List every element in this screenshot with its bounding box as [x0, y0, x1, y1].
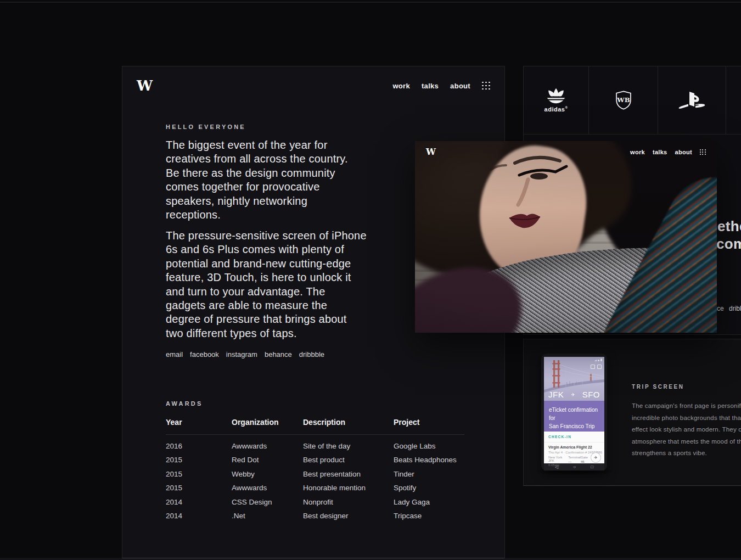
cell-year: 2016: [166, 442, 182, 450]
nav-item-work[interactable]: work: [392, 82, 410, 90]
nav-item-work[interactable]: work: [630, 149, 645, 155]
cell-organization: Awwwards: [232, 484, 267, 492]
nav-item-talks[interactable]: talks: [653, 149, 667, 155]
cell-project: Tripcase: [394, 512, 422, 520]
gate-column: Gate 46: [581, 456, 588, 467]
site-logo[interactable]: W: [137, 79, 153, 93]
column-header: Year: [166, 418, 182, 427]
depart-time: 6:05am: [548, 463, 568, 467]
cell-project: Spotify: [394, 484, 416, 492]
cell-year: 2015: [166, 484, 182, 492]
hello-eyebrow: HELLO EVERYONE: [166, 124, 246, 130]
cell-project: Google Labs: [394, 442, 436, 450]
svg-text:WB: WB: [616, 96, 630, 104]
cell-project: Tinder: [394, 470, 414, 478]
social-link-instagram[interactable]: instagram: [226, 350, 257, 359]
overflow-icon: [597, 365, 602, 369]
table-row: 2015 Webby Best presentation Tinder: [166, 470, 464, 484]
column-header: Description: [303, 418, 345, 427]
hero-text-fragment: ethe: [717, 218, 741, 235]
adidas-logo-icon: [543, 88, 569, 104]
cell-year: 2014: [166, 498, 182, 506]
trip-screen-description: The campaign's front page is personified…: [632, 400, 741, 460]
cell-organization: Awwwards: [232, 442, 267, 450]
apps-grid-icon[interactable]: [700, 149, 706, 155]
hero-text-fragment: com: [716, 236, 741, 253]
main-nav: work talks about: [392, 82, 490, 90]
eticket-banner: eTicket confirmation for San Francisco T…: [544, 401, 604, 432]
playstation-logo-icon: [677, 91, 707, 110]
awards-header-row: Year Organization Description Project: [166, 418, 464, 434]
social-links: email facebook instagram behance dribbbl…: [166, 350, 324, 359]
awards-heading: AWARDS: [166, 400, 203, 407]
social-link-email[interactable]: email: [166, 350, 183, 359]
trip-app-hero: JFK ✈ SFO: [544, 357, 604, 401]
apps-grid-icon[interactable]: [482, 82, 490, 90]
hero-link-fragment: dribbble: [729, 305, 741, 312]
awards-table: Year Organization Description Project 20…: [166, 418, 464, 525]
nav-item-talks[interactable]: talks: [422, 82, 439, 90]
column-header: Organization: [232, 418, 279, 427]
eticket-line2: San Francisco Trip: [549, 422, 599, 430]
nav-item-about[interactable]: about: [675, 149, 692, 155]
cell-year: 2015: [166, 456, 182, 464]
terminal-value: —: [568, 460, 581, 463]
recents-icon: □: [591, 465, 593, 469]
plane-icon: ✈: [571, 392, 575, 397]
table-row: 2016 Awwwards Site of the day Google Lab…: [166, 442, 464, 456]
table-row: 2015 Red Dot Best product Beats Headphon…: [166, 456, 464, 469]
brand-tile-partial: [726, 66, 741, 134]
brand-logo-tiles: adidas® WB: [524, 66, 741, 135]
cell-description: Nonprofit: [303, 498, 333, 506]
flight-title: Virgin America Flight 22: [548, 445, 592, 449]
wifi-icon: [598, 360, 599, 361]
battery-icon: [600, 359, 602, 361]
social-link-facebook[interactable]: facebook: [190, 350, 219, 359]
share-icon: [591, 365, 595, 369]
status-bar-icons: [594, 359, 602, 361]
trip-screen-card: JFK ✈ SFO eTicket confirmation for San F…: [523, 339, 741, 486]
registered-mark: ®: [565, 106, 568, 109]
terminal-column: Terminal —: [568, 456, 581, 467]
photo-tone-overlay: [415, 141, 717, 333]
site-header: W work talks about: [122, 66, 504, 105]
cell-project: Beats Headphones: [394, 456, 457, 464]
destination-code: SFO: [582, 390, 600, 399]
phone-screen: JFK ✈ SFO eTicket confirmation for San F…: [544, 357, 604, 471]
brand-tile-playstation: [658, 66, 726, 134]
nav-item-about[interactable]: about: [450, 82, 470, 90]
gate-value: 46: [581, 460, 588, 463]
boarding-card: CHECK-IN Virgin America Flight 22 Thu Ap…: [544, 432, 604, 463]
cell-project: Lady Gaga: [394, 498, 430, 506]
hero-link-fragment: ce: [717, 305, 724, 312]
table-row: 2014 .Net Best designer Tripcase: [166, 512, 464, 525]
cell-organization: .Net: [232, 512, 245, 520]
cell-organization: Red Dot: [232, 456, 259, 464]
brand-tile-warner-bros: WB: [589, 66, 658, 134]
cell-description: Honorable mention: [303, 484, 366, 492]
phone-mockup: JFK ✈ SFO eTicket confirmation for San F…: [541, 354, 607, 471]
site-logo[interactable]: W: [426, 148, 436, 156]
photo-site-header: W work talks about: [415, 141, 717, 163]
table-row: 2015 Awwwards Honorable mention Spotify: [166, 484, 464, 497]
cell-description: Best product: [303, 456, 345, 464]
hero-photo-card: W work talks about: [415, 141, 717, 333]
cell-organization: Webby: [232, 470, 255, 478]
route-row: JFK ✈ SFO: [544, 390, 604, 399]
origin-code: JFK: [548, 390, 564, 399]
feature-paragraph: The pressure-sensitive screen of iPhone …: [166, 229, 380, 340]
cell-description: Site of the day: [303, 442, 350, 450]
eticket-line1: eTicket confirmation for: [549, 406, 599, 422]
adidas-wordmark: adidas®: [544, 106, 568, 113]
social-link-dribbble[interactable]: dribbble: [299, 350, 324, 359]
card-divider: [544, 442, 604, 443]
brand-tile-adidas: adidas®: [524, 66, 589, 134]
cell-description: Best designer: [303, 512, 349, 520]
photo-nav: work talks about: [630, 149, 706, 155]
cell-organization: CSS Design: [232, 498, 272, 506]
flight-details-row: New York JFK 6:05am Terminal — Gate 46: [548, 456, 588, 467]
social-link-behance[interactable]: behance: [265, 350, 292, 359]
fab-plane-icon: ✈: [591, 452, 601, 463]
trip-screen-heading: TRIP SCREEN: [632, 384, 684, 390]
app-action-icons: [591, 365, 602, 369]
